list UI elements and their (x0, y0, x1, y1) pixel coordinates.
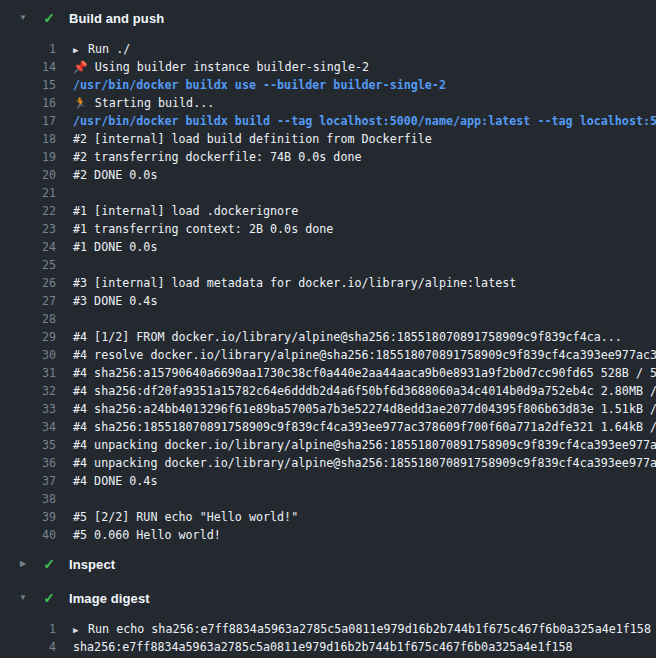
chevron-icon[interactable]: ▶ (15, 550, 31, 578)
log-line: 29 #4 [1/2] FROM docker.io/library/alpin… (0, 328, 656, 346)
line-text: 📌 Using builder instance builder-single-… (56, 58, 369, 76)
line-number[interactable]: 25 (0, 256, 56, 274)
line-number[interactable]: 16 (0, 94, 56, 112)
line-text: #4 sha256:a24bb4013296f61e89ba57005a7b3e… (56, 400, 656, 418)
line-text: #2 [internal] load build definition from… (56, 130, 432, 148)
check-icon: ✓ (41, 584, 57, 612)
log-line: 28 (0, 310, 656, 328)
expand-run-icon[interactable]: ▶ (73, 621, 88, 638)
log-line: 1 ▶Run echo sha256:e7ff8834a5963a2785c5a… (0, 620, 656, 638)
line-number[interactable]: 21 (0, 184, 56, 202)
log-line: 15 /usr/bin/docker buildx use --builder … (0, 76, 656, 94)
line-number[interactable]: 36 (0, 454, 56, 472)
log-line: 24 #1 DONE 0.0s (0, 238, 656, 256)
line-text (56, 490, 73, 508)
step-title: Image digest (69, 591, 150, 606)
line-number[interactable]: 30 (0, 346, 56, 364)
line-text: ▶Run echo sha256:e7ff8834a5963a2785c5a08… (56, 620, 651, 638)
line-text: #2 transferring dockerfile: 74B 0.0s don… (56, 148, 362, 166)
line-text: #4 resolve docker.io/library/alpine@sha2… (56, 346, 656, 364)
line-text: 🏃 Starting build... (56, 94, 214, 112)
log-line: 22 #1 [internal] load .dockerignore (0, 202, 656, 220)
log-line: 1 ▶Run ./ (0, 40, 656, 58)
line-text: #4 unpacking docker.io/library/alpine@sh… (56, 454, 656, 472)
line-text (56, 184, 73, 202)
line-number[interactable]: 26 (0, 274, 56, 292)
step-title: Inspect (69, 557, 115, 572)
line-text: #4 sha256:df20fa9351a15782c64e6dddb2d4a6… (56, 382, 656, 400)
check-icon: ✓ (41, 550, 57, 578)
step-header[interactable]: ▼ ✓ Image digest (0, 584, 656, 612)
line-number[interactable]: 35 (0, 436, 56, 454)
line-text: #4 sha256:a15790640a6690aa1730c38cf0a440… (56, 364, 656, 382)
line-number[interactable]: 40 (0, 526, 56, 544)
line-number[interactable]: 1 (0, 620, 56, 638)
line-text: /usr/bin/docker buildx use --builder bui… (56, 76, 446, 94)
line-number[interactable]: 32 (0, 382, 56, 400)
log-line: 26 #3 [internal] load metadata for docke… (0, 274, 656, 292)
line-number[interactable]: 29 (0, 328, 56, 346)
log-line: 18 #2 [internal] load build definition f… (0, 130, 656, 148)
log-line: 23 #1 transferring context: 2B 0.0s done (0, 220, 656, 238)
line-text: /usr/bin/docker buildx build --tag local… (56, 112, 656, 130)
log-step-section: ▶ ✓ Inspect (0, 550, 656, 578)
line-number[interactable]: 39 (0, 508, 56, 526)
log-line: 17 /usr/bin/docker buildx build --tag lo… (0, 112, 656, 130)
line-number[interactable]: 38 (0, 490, 56, 508)
step-header[interactable]: ▼ ✓ Build and push (0, 4, 656, 32)
line-number[interactable]: 28 (0, 310, 56, 328)
line-number[interactable]: 1 (0, 40, 56, 58)
log-line: 32 #4 sha256:df20fa9351a15782c64e6dddb2d… (0, 382, 656, 400)
line-number[interactable]: 15 (0, 76, 56, 94)
chevron-icon[interactable]: ▼ (15, 584, 31, 612)
line-number[interactable]: 37 (0, 472, 56, 490)
line-number[interactable]: 19 (0, 148, 56, 166)
line-number[interactable]: 23 (0, 220, 56, 238)
line-number[interactable]: 4 (0, 638, 56, 656)
line-number[interactable]: 27 (0, 292, 56, 310)
line-text: #1 transferring context: 2B 0.0s done (56, 220, 333, 238)
step-header[interactable]: ▶ ✓ Inspect (0, 550, 656, 578)
log-line: 20 #2 DONE 0.0s (0, 166, 656, 184)
log-line: 36 #4 unpacking docker.io/library/alpine… (0, 454, 656, 472)
step-log-lines: 1 ▶Run echo sha256:e7ff8834a5963a2785c5a… (0, 620, 656, 656)
line-text: ▶Run ./ (56, 40, 130, 58)
line-text (56, 256, 73, 274)
line-number[interactable]: 31 (0, 364, 56, 382)
workflow-log: ▼ ✓ Build and push 1 ▶Run ./ 14 📌 Using … (0, 0, 656, 658)
step-title: Build and push (69, 11, 164, 26)
log-line: 27 #3 DONE 0.4s (0, 292, 656, 310)
line-number[interactable]: 18 (0, 130, 56, 148)
log-line: 38 (0, 490, 656, 508)
line-number[interactable]: 20 (0, 166, 56, 184)
line-text: #3 [internal] load metadata for docker.i… (56, 274, 516, 292)
line-text: #5 [2/2] RUN echo "Hello world!" (56, 508, 298, 526)
line-number[interactable]: 17 (0, 112, 56, 130)
log-line: 21 (0, 184, 656, 202)
line-number[interactable]: 24 (0, 238, 56, 256)
line-text: #5 0.060 Hello world! (56, 526, 221, 544)
log-line: 16 🏃 Starting build... (0, 94, 656, 112)
check-icon: ✓ (41, 4, 57, 32)
chevron-icon[interactable]: ▼ (15, 4, 31, 32)
log-line: 4 sha256:e7ff8834a5963a2785c5a0811e979d1… (0, 638, 656, 656)
line-text: #1 [internal] load .dockerignore (56, 202, 298, 220)
log-line: 33 #4 sha256:a24bb4013296f61e89ba57005a7… (0, 400, 656, 418)
line-text: #4 DONE 0.4s (56, 472, 157, 490)
log-step-section: ▼ ✓ Image digest 1 ▶Run echo sha256:e7ff… (0, 584, 656, 656)
expand-run-icon[interactable]: ▶ (73, 41, 88, 58)
log-line: 31 #4 sha256:a15790640a6690aa1730c38cf0a… (0, 364, 656, 382)
log-line: 39 #5 [2/2] RUN echo "Hello world!" (0, 508, 656, 526)
line-number[interactable]: 34 (0, 418, 56, 436)
log-line: 30 #4 resolve docker.io/library/alpine@s… (0, 346, 656, 364)
line-number[interactable]: 22 (0, 202, 56, 220)
line-number[interactable]: 33 (0, 400, 56, 418)
line-text: #2 DONE 0.0s (56, 166, 157, 184)
line-text: #4 [1/2] FROM docker.io/library/alpine@s… (56, 328, 622, 346)
log-line: 40 #5 0.060 Hello world! (0, 526, 656, 544)
step-log-lines: 1 ▶Run ./ 14 📌 Using builder instance bu… (0, 40, 656, 544)
line-number[interactable]: 14 (0, 58, 56, 76)
log-line: 19 #2 transferring dockerfile: 74B 0.0s … (0, 148, 656, 166)
line-text: sha256:e7ff8834a5963a2785c5a0811e979d16b… (56, 638, 573, 656)
line-text: #4 unpacking docker.io/library/alpine@sh… (56, 436, 656, 454)
